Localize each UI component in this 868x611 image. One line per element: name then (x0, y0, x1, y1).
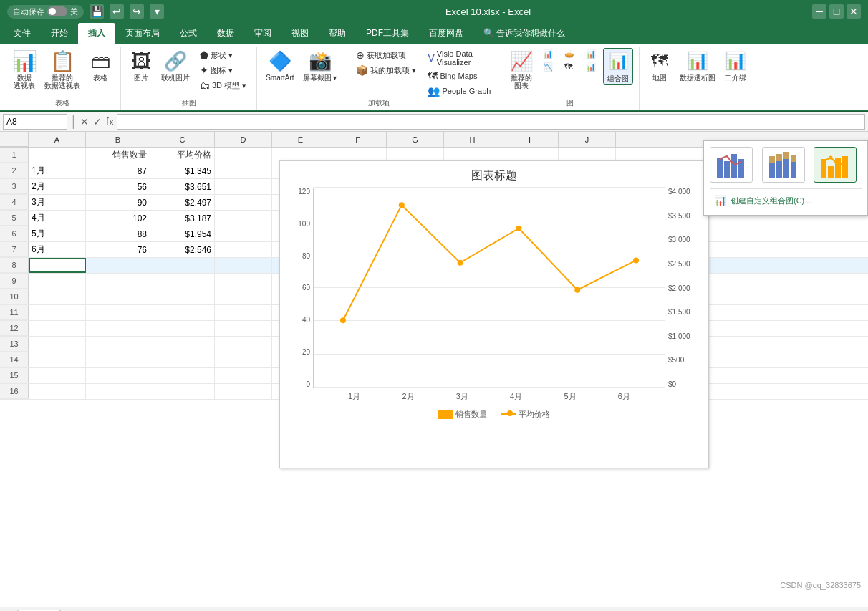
cell[interactable]: 销售数量 (86, 148, 150, 163)
cancel-formula-icon[interactable]: ✕ (80, 116, 89, 128)
col-header-F[interactable]: F (329, 132, 387, 147)
cell[interactable] (86, 289, 150, 304)
cell[interactable]: 56 (86, 179, 150, 194)
undo-button[interactable]: ↩ (110, 4, 124, 19)
smartart-button[interactable]: 🔷 SmartArt (263, 48, 296, 83)
chart-mini-3[interactable]: 🥧 (560, 48, 579, 60)
col-header-D[interactable]: D (215, 132, 272, 147)
cell[interactable] (29, 148, 86, 163)
cell[interactable] (29, 274, 86, 289)
col-header-J[interactable]: J (559, 132, 616, 147)
tab-home[interactable]: 开始 (41, 23, 78, 44)
chart-mini-4[interactable]: 🗺 (560, 61, 579, 72)
cell[interactable]: $1,954 (150, 226, 215, 241)
cell[interactable] (215, 163, 272, 178)
col-header-H[interactable]: H (444, 132, 501, 147)
corner-cell[interactable] (0, 132, 29, 147)
cell[interactable] (150, 258, 215, 273)
cell[interactable] (150, 337, 215, 352)
shapes-button[interactable]: ⬟ 形状 ▾ (196, 48, 251, 62)
tab-file[interactable]: 文件 (4, 23, 41, 44)
cell[interactable] (150, 321, 215, 336)
tab-search[interactable]: 🔍 告诉我你想做什么 (473, 23, 575, 44)
tab-view[interactable]: 视图 (281, 23, 319, 44)
cell[interactable]: 3月 (29, 195, 86, 210)
cell-reference-box[interactable]: A8 (3, 114, 67, 130)
cell[interactable] (150, 274, 215, 289)
cell[interactable] (215, 179, 272, 194)
cell[interactable] (215, 352, 272, 367)
col-header-E[interactable]: E (272, 132, 329, 147)
stacked-combo-btn[interactable] (762, 147, 805, 183)
cell[interactable] (86, 305, 150, 320)
cell[interactable]: 4月 (29, 211, 86, 226)
tab-pagelayout[interactable]: 页面布局 (115, 23, 170, 44)
tab-review[interactable]: 审阅 (244, 23, 281, 44)
cell[interactable] (215, 337, 272, 352)
close-button[interactable]: ✕ (847, 4, 861, 19)
cell[interactable] (86, 321, 150, 336)
cell[interactable] (215, 226, 272, 241)
combo-chart-button[interactable]: 📊 组合图 (603, 48, 633, 85)
tab-baidu[interactable]: 百度网盘 (419, 23, 473, 44)
cell[interactable]: 平均价格 (150, 148, 215, 163)
custom-combo-button[interactable]: 📊 创建自定义组合图(C)... (710, 192, 862, 209)
insert-function-icon[interactable]: fx (106, 116, 114, 128)
cell[interactable] (215, 211, 272, 226)
cell[interactable]: 76 (86, 242, 150, 257)
cell[interactable] (215, 321, 272, 336)
cell[interactable] (150, 384, 215, 399)
cell[interactable] (215, 289, 272, 304)
3d-models-button[interactable]: 🗂 3D 模型 ▾ (196, 78, 251, 92)
screenshot-button[interactable]: 📸 屏幕截图 ▾ (300, 48, 340, 83)
sparkline-button[interactable]: 📊 数据透析图 (677, 48, 718, 83)
minimize-button[interactable]: ─ (812, 4, 826, 19)
cell[interactable] (215, 148, 272, 163)
chart-mini-1[interactable]: 📊 (539, 48, 557, 60)
visio-button[interactable]: V Visio DataVisualizer (423, 48, 495, 68)
recommended-pivot-button[interactable]: 📋 推荐的数据透视表 (42, 48, 83, 91)
pivot-chart-button[interactable]: 📊 二介绑 (721, 48, 750, 83)
cell[interactable] (150, 305, 215, 320)
cell[interactable]: 102 (86, 211, 150, 226)
cell[interactable] (215, 195, 272, 210)
cell[interactable]: $2,546 (150, 242, 215, 257)
col-header-C[interactable]: C (150, 132, 215, 147)
online-picture-button[interactable]: 🔗 联机图片 (158, 48, 193, 83)
tab-formulas[interactable]: 公式 (170, 23, 207, 44)
col-header-G[interactable]: G (387, 132, 444, 147)
col-header-I[interactable]: I (501, 132, 559, 147)
tab-pdf[interactable]: PDF工具集 (356, 23, 419, 44)
redo-button[interactable]: ↪ (130, 4, 144, 19)
cell[interactable]: $3,187 (150, 211, 215, 226)
cell[interactable]: $1,345 (150, 163, 215, 178)
cell[interactable] (86, 337, 150, 352)
confirm-formula-icon[interactable]: ✓ (93, 116, 102, 128)
autosave-toggle[interactable]: 自动保存 关 (7, 5, 84, 19)
maximize-button[interactable]: □ (829, 4, 844, 19)
chart-mini-2[interactable]: 📉 (539, 61, 557, 73)
line-combo-btn[interactable] (814, 147, 857, 183)
cell[interactable] (215, 242, 272, 257)
chart-mini-6[interactable]: 📊 (582, 61, 600, 73)
people-graph-button[interactable]: 👥 People Graph (423, 84, 495, 98)
cell[interactable] (29, 289, 86, 304)
table-button[interactable]: 🗃 表格 (86, 48, 115, 83)
cell[interactable] (86, 258, 150, 273)
cell[interactable]: 90 (86, 195, 150, 210)
cell[interactable] (215, 368, 272, 383)
chart-container[interactable]: 图表标题 120100806040200 $4,000$3,500$3,000$… (279, 160, 709, 468)
cell[interactable]: $3,651 (150, 179, 215, 194)
cell[interactable]: 6月 (29, 242, 86, 257)
cell[interactable] (29, 384, 86, 399)
cell[interactable] (86, 274, 150, 289)
cell[interactable] (29, 258, 86, 273)
cell[interactable] (215, 305, 272, 320)
picture-button[interactable]: 🖼 图片 (127, 48, 155, 83)
col-header-B[interactable]: B (86, 132, 150, 147)
cell[interactable] (29, 368, 86, 383)
cell[interactable]: 88 (86, 226, 150, 241)
chart-mini-5[interactable]: 📊 (582, 48, 600, 60)
clustered-combo-btn[interactable] (710, 147, 753, 183)
cell[interactable] (215, 384, 272, 399)
